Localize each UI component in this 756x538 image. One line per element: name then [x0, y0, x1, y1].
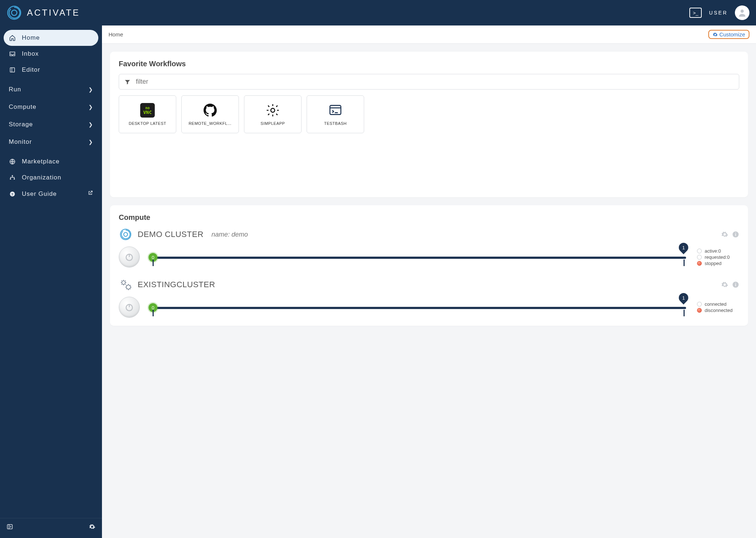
power-button[interactable]	[119, 297, 140, 318]
sidebar-section-label: Run	[9, 86, 21, 93]
sidebar-section-label: Compute	[9, 103, 36, 111]
gear-icon	[265, 103, 280, 118]
brand-logo-icon	[7, 5, 22, 20]
brand[interactable]: ACTIVATE	[7, 5, 80, 20]
sidebar-section-label: Monitor	[9, 138, 32, 146]
svg-rect-26	[735, 284, 736, 286]
user-label: USER	[709, 10, 728, 16]
sidebar: Home Inbox Editor Run ❯ Compute ❯ Storag…	[0, 25, 102, 538]
filter-box[interactable]	[119, 74, 739, 90]
slider-max-badge: 1	[677, 291, 690, 305]
cluster-name: DEMO CLUSTER	[138, 230, 204, 239]
spiral-icon	[119, 228, 133, 241]
terminal-icon	[328, 103, 343, 118]
cluster-settings-icon[interactable]	[721, 281, 728, 288]
favorites-panel: Favorite Workflows noVNC DESKTOP LATEST …	[110, 52, 748, 197]
svg-point-0	[8, 6, 21, 19]
sidebar-item-label: Inbox	[22, 50, 39, 58]
brand-text: ACTIVATE	[27, 8, 80, 18]
home-icon	[9, 35, 16, 41]
sidebar-item-user-guide[interactable]: ? User Guide	[4, 186, 98, 202]
favorites-title: Favorite Workflows	[119, 60, 739, 68]
power-button[interactable]	[119, 246, 140, 268]
settings-icon[interactable]	[89, 523, 95, 530]
sidebar-section-storage[interactable]: Storage ❯	[4, 116, 98, 133]
svg-rect-7	[10, 178, 11, 179]
collapse-sidebar-icon[interactable]	[7, 523, 13, 530]
svg-point-16	[121, 229, 131, 240]
svg-rect-11	[7, 525, 12, 529]
cluster-demo: DEMO CLUSTER name: demo 0	[119, 228, 739, 268]
inbox-icon	[9, 51, 16, 57]
workflow-card-simpleapp[interactable]: SIMPLEAPP	[244, 95, 302, 133]
terminal-button[interactable]: >_	[689, 8, 702, 18]
status-label: disconnected	[705, 308, 733, 313]
cluster-subtitle: name: demo	[212, 231, 248, 238]
sidebar-section-compute[interactable]: Compute ❯	[4, 98, 98, 116]
node-slider[interactable]: 0 1	[147, 249, 690, 265]
chevron-right-icon: ❯	[88, 122, 93, 127]
workflow-card-desktop-latest[interactable]: noVNC DESKTOP LATEST	[119, 95, 176, 133]
workflow-label: REMOTE_WORKFL…	[189, 121, 232, 126]
sidebar-item-editor[interactable]: Editor	[4, 62, 98, 78]
info-icon[interactable]	[732, 231, 739, 238]
svg-point-13	[271, 108, 275, 112]
compute-title: Compute	[119, 213, 739, 222]
editor-icon	[9, 67, 16, 73]
svg-rect-3	[10, 68, 15, 72]
novnc-icon: noVNC	[140, 103, 155, 118]
chevron-right-icon: ❯	[88, 104, 93, 110]
svg-point-1	[12, 10, 17, 16]
chevron-right-icon: ❯	[88, 139, 93, 145]
external-link-icon	[87, 190, 93, 198]
status-label: active:0	[705, 248, 721, 254]
svg-point-2	[741, 9, 744, 13]
sidebar-footer	[0, 518, 102, 535]
svg-rect-8	[14, 178, 15, 179]
sidebar-item-home[interactable]: Home	[4, 30, 98, 46]
svg-rect-27	[735, 283, 736, 284]
chevron-right-icon: ❯	[88, 87, 93, 92]
avatar-icon	[737, 8, 747, 17]
status-label: requested:0	[705, 254, 730, 260]
topbar: ACTIVATE >_ USER	[0, 0, 756, 25]
workflow-label: TESTBASH	[324, 121, 347, 126]
svg-rect-6	[12, 175, 13, 176]
gears-icon	[119, 278, 133, 292]
sidebar-item-label: Marketplace	[22, 158, 60, 165]
sidebar-section-monitor[interactable]: Monitor ❯	[4, 133, 98, 151]
svg-point-17	[124, 233, 128, 237]
status-label: connected	[705, 301, 727, 307]
workflow-card-remote-workflow[interactable]: REMOTE_WORKFL…	[181, 95, 239, 133]
cluster-settings-icon[interactable]	[721, 231, 728, 238]
svg-text:?: ?	[11, 192, 14, 196]
cluster-status-list: connected disconnected	[697, 301, 739, 314]
sidebar-item-label: User Guide	[22, 190, 57, 198]
sidebar-item-label: Organization	[22, 174, 61, 181]
help-icon: ?	[9, 191, 16, 197]
info-icon[interactable]	[732, 281, 739, 288]
breadcrumb-bar: Home Customize	[102, 25, 756, 44]
filter-input[interactable]	[136, 78, 734, 86]
node-slider[interactable]: 0 1	[147, 299, 690, 316]
github-icon	[203, 103, 217, 118]
workflow-card-testbash[interactable]: TESTBASH	[307, 95, 364, 133]
svg-rect-19	[735, 234, 736, 236]
sidebar-item-organization[interactable]: Organization	[4, 170, 98, 186]
slider-max-badge: 1	[677, 241, 690, 254]
sidebar-item-inbox[interactable]: Inbox	[4, 46, 98, 62]
sidebar-item-marketplace[interactable]: Marketplace	[4, 154, 98, 170]
customize-button[interactable]: Customize	[708, 30, 749, 39]
cluster-status-list: active:0 requested:0 stopped	[697, 248, 739, 267]
compute-panel: Compute DEMO CLUSTER name: demo	[110, 205, 748, 326]
sidebar-item-label: Home	[22, 34, 40, 41]
content-area: Home Customize Favorite Workflows noVNC …	[102, 25, 756, 538]
sidebar-item-label: Editor	[22, 66, 40, 74]
sidebar-section-label: Storage	[9, 121, 33, 128]
workflow-label: SIMPLEAPP	[261, 121, 285, 126]
user-avatar[interactable]	[735, 5, 749, 20]
svg-point-23	[122, 281, 126, 285]
sidebar-section-run[interactable]: Run ❯	[4, 81, 98, 98]
org-icon	[9, 174, 16, 181]
gear-icon	[713, 32, 718, 37]
